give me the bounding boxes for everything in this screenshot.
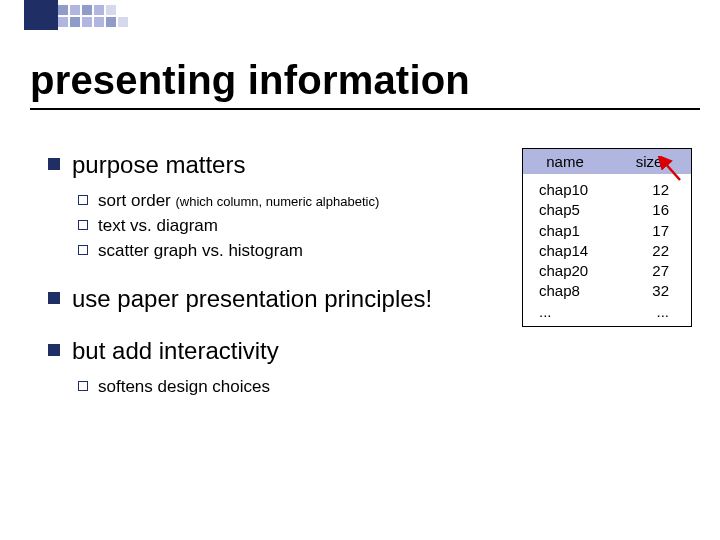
table-cell: chap14 xyxy=(523,241,621,261)
hollow-square-bullet-icon xyxy=(78,245,88,255)
sub-bullet-item: sort order (which column, numeric alphab… xyxy=(78,190,468,212)
deco-square xyxy=(106,5,116,15)
sub-text-paren: (which column, numeric alphabetic) xyxy=(175,194,379,209)
table-cell: 22 xyxy=(621,241,692,261)
header-decoration xyxy=(0,0,720,30)
table-cell: 17 xyxy=(621,221,692,241)
bullet-item: but add interactivity softens design cho… xyxy=(48,336,468,398)
table-cell: ... xyxy=(523,302,621,322)
bullet-item: purpose matters sort order (which column… xyxy=(48,150,468,262)
deco-square xyxy=(24,0,58,30)
slide-body: purpose matters sort order (which column… xyxy=(48,150,468,420)
bullet-text: but add interactivity xyxy=(72,336,279,366)
sub-bullet-text: softens design choices xyxy=(98,376,270,398)
filled-square-bullet-icon xyxy=(48,292,60,304)
sub-bullet-item: softens design choices xyxy=(78,376,468,398)
deco-square xyxy=(82,5,92,15)
table-cell: 27 xyxy=(621,261,692,281)
hollow-square-bullet-icon xyxy=(78,195,88,205)
table-row: ...... xyxy=(523,302,691,322)
bullet-item: use paper presentation principles! xyxy=(48,284,468,314)
table-row: chap832 xyxy=(523,281,691,301)
deco-square xyxy=(118,17,128,27)
filled-square-bullet-icon xyxy=(48,158,60,170)
table-cell: 12 xyxy=(621,180,692,200)
deco-square xyxy=(70,17,80,27)
deco-square xyxy=(58,17,68,27)
data-table: name size chap1012chap516chap117chap1422… xyxy=(522,148,692,327)
deco-square xyxy=(94,5,104,15)
table-cell: 32 xyxy=(621,281,692,301)
sub-bullet-item: text vs. diagram xyxy=(78,215,468,237)
table-row: chap2027 xyxy=(523,261,691,281)
bullet-text: purpose matters xyxy=(72,150,245,180)
filled-square-bullet-icon xyxy=(48,344,60,356)
hollow-square-bullet-icon xyxy=(78,381,88,391)
table-row: chap516 xyxy=(523,200,691,220)
sub-bullet-text: text vs. diagram xyxy=(98,215,218,237)
table-cell: chap8 xyxy=(523,281,621,301)
sub-bullet-text: sort order (which column, numeric alphab… xyxy=(98,190,379,212)
table-header-row: name size xyxy=(523,149,691,174)
table-cell: 16 xyxy=(621,200,692,220)
table-row: chap1012 xyxy=(523,180,691,200)
sub-bullet-text: scatter graph vs. histogram xyxy=(98,240,303,262)
slide-title: presenting information xyxy=(30,58,470,103)
deco-square xyxy=(70,5,80,15)
table-header-cell: name xyxy=(523,149,607,174)
bullet-text: use paper presentation principles! xyxy=(72,284,432,314)
sub-bullet-item: scatter graph vs. histogram xyxy=(78,240,468,262)
table-cell: chap5 xyxy=(523,200,621,220)
hollow-square-bullet-icon xyxy=(78,220,88,230)
table-header-cell: size xyxy=(607,149,691,174)
deco-square xyxy=(58,5,68,15)
table-cell: chap1 xyxy=(523,221,621,241)
table-cell: ... xyxy=(621,302,692,322)
table-cell: chap20 xyxy=(523,261,621,281)
deco-square xyxy=(82,17,92,27)
table-cell: chap10 xyxy=(523,180,621,200)
table-row: chap117 xyxy=(523,221,691,241)
table-body: chap1012chap516chap117chap1422chap2027ch… xyxy=(523,174,691,326)
slide: { "title": "presenting information", "bu… xyxy=(0,0,720,540)
deco-square xyxy=(106,17,116,27)
table-row: chap1422 xyxy=(523,241,691,261)
deco-square xyxy=(94,17,104,27)
title-rule xyxy=(30,108,700,110)
sub-text: sort order xyxy=(98,191,171,210)
